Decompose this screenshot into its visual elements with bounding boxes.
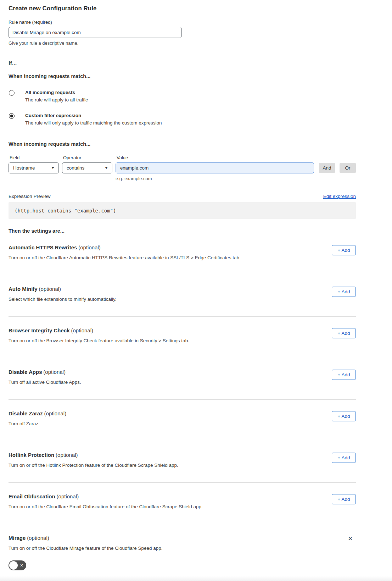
value-input[interactable] bbox=[116, 162, 314, 173]
add-button[interactable]: + Add bbox=[332, 287, 356, 297]
match-heading: When incoming requests match... bbox=[9, 73, 356, 79]
field-label: Field bbox=[9, 155, 62, 160]
if-heading: If... bbox=[9, 60, 356, 67]
and-button[interactable]: And bbox=[319, 163, 335, 173]
setting-description: Turn off Zaraz. bbox=[9, 421, 313, 426]
value-label: Value bbox=[116, 155, 128, 160]
radio-option-all-requests: All incoming requests The rule will appl… bbox=[9, 90, 356, 103]
setting-row-disable-zaraz: Disable Zaraz (optional) Turn off Zaraz.… bbox=[9, 400, 356, 441]
add-button[interactable]: + Add bbox=[332, 453, 356, 463]
expression-preview-code: (http.host contains "example.com") bbox=[9, 202, 356, 219]
add-button[interactable]: + Add bbox=[332, 245, 356, 255]
setting-row-email-obfuscation: Email Obfuscation (optional) Turn on or … bbox=[9, 483, 356, 524]
section-divider bbox=[9, 54, 356, 54]
setting-title: Email Obfuscation bbox=[9, 493, 55, 499]
setting-title: Browser Integrity Check bbox=[9, 327, 70, 333]
operator-select[interactable]: contains ▼ bbox=[62, 162, 112, 173]
setting-row-auto-minify: Auto Minify (optional) Select which file… bbox=[9, 275, 356, 317]
setting-row-browser-integrity-check: Browser Integrity Check (optional) Turn … bbox=[9, 317, 356, 358]
radio-label[interactable]: Custom filter expression bbox=[25, 113, 162, 118]
toggle-knob bbox=[9, 561, 18, 570]
chevron-down-icon: ▼ bbox=[104, 166, 108, 170]
add-button[interactable]: + Add bbox=[332, 411, 356, 421]
setting-description: Select which file extensions to minify a… bbox=[9, 297, 313, 302]
setting-row-disable-apps: Disable Apps (optional) Turn off all act… bbox=[9, 358, 356, 400]
or-button[interactable]: Or bbox=[340, 163, 356, 173]
settings-heading: Then the settings are... bbox=[9, 228, 356, 234]
setting-title: Disable Zaraz bbox=[9, 410, 43, 416]
setting-row-automatic-https-rewrites: Automatic HTTPS Rewrites (optional) Turn… bbox=[9, 234, 356, 275]
setting-title: Auto Minify bbox=[9, 286, 38, 292]
setting-optional-label: (optional) bbox=[71, 327, 93, 333]
setting-description: Turn on or off the Cloudflare Mirage fea… bbox=[9, 546, 313, 551]
add-button[interactable]: + Add bbox=[332, 370, 356, 380]
expression-preview-label: Expression Preview bbox=[9, 194, 51, 199]
setting-description: Turn on or off the Hotlink Protection fe… bbox=[9, 463, 313, 468]
rule-name-input[interactable] bbox=[9, 27, 182, 38]
setting-optional-label: (optional) bbox=[56, 452, 78, 458]
setting-description: Turn on or off the Cloudflare Automatic … bbox=[9, 255, 313, 260]
add-button[interactable]: + Add bbox=[332, 494, 356, 504]
setting-optional-label: (optional) bbox=[78, 244, 101, 250]
operator-label: Operator bbox=[62, 155, 116, 160]
setting-optional-label: (optional) bbox=[44, 410, 67, 416]
field-select[interactable]: Hostname ▼ bbox=[9, 162, 59, 173]
toggle-off-x-icon: ✕ bbox=[20, 563, 23, 568]
add-button[interactable]: + Add bbox=[332, 328, 356, 338]
mirage-toggle-switch[interactable]: ✕ bbox=[9, 560, 26, 570]
setting-title: Hotlink Protection bbox=[9, 452, 54, 458]
setting-row-hotlink-protection: Hotlink Protection (optional) Turn on or… bbox=[9, 441, 356, 483]
setting-optional-label: (optional) bbox=[39, 286, 61, 292]
rule-name-label: Rule name (required) bbox=[9, 20, 356, 25]
setting-description: Turn on or off the Cloudflare Email Obfu… bbox=[9, 504, 313, 509]
expression-code-text: (http.host contains "example.com") bbox=[15, 208, 116, 214]
radio-option-custom-expression: Custom filter expression The rule will o… bbox=[9, 113, 356, 126]
footer-edge bbox=[0, 576, 392, 581]
radio-label[interactable]: All incoming requests bbox=[25, 90, 88, 95]
radio-description: The rule will only apply to traffic matc… bbox=[25, 120, 162, 126]
setting-title: Disable Apps bbox=[9, 369, 42, 375]
chevron-down-icon: ▼ bbox=[51, 166, 55, 170]
edit-expression-link[interactable]: Edit expression bbox=[323, 194, 356, 199]
value-help: e.g. example.com bbox=[116, 176, 356, 181]
setting-optional-label: (optional) bbox=[27, 535, 49, 541]
setting-title: Mirage bbox=[9, 535, 26, 541]
setting-description: Turn off all active Cloudflare Apps. bbox=[9, 380, 313, 385]
rule-name-help: Give your rule a descriptive name. bbox=[9, 40, 356, 46]
create-configuration-rule-form: Create new Configuration Rule Rule name … bbox=[9, 0, 356, 570]
expression-builder: Field Operator Value Hostname ▼ contains… bbox=[9, 155, 356, 181]
setting-title: Automatic HTTPS Rewrites bbox=[9, 244, 77, 250]
setting-optional-label: (optional) bbox=[43, 369, 66, 375]
radio-button-all-requests[interactable] bbox=[9, 90, 15, 96]
setting-description: Turn on or off the Browser Integrity Che… bbox=[9, 338, 313, 343]
setting-optional-label: (optional) bbox=[57, 493, 79, 499]
page-title: Create new Configuration Rule bbox=[9, 5, 356, 12]
radio-button-custom-expression[interactable] bbox=[9, 113, 15, 119]
close-icon[interactable]: ✕ bbox=[348, 536, 353, 542]
operator-select-value: contains bbox=[67, 165, 84, 171]
radio-description: The rule will apply to all traffic bbox=[25, 97, 88, 103]
expression-builder-heading: When incoming requests match... bbox=[9, 141, 356, 147]
setting-row-mirage: Mirage (optional) ✕ Turn on or off the C… bbox=[9, 524, 356, 570]
field-select-value: Hostname bbox=[13, 165, 35, 171]
